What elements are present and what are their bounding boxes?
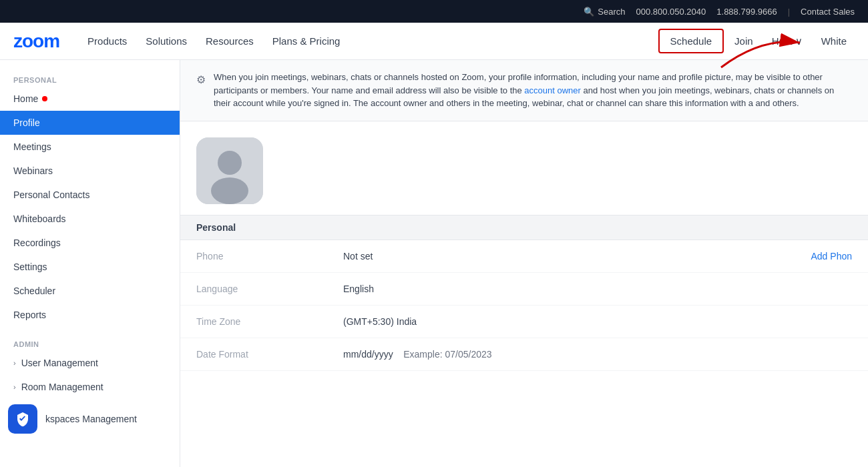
nav-products[interactable]: Products (79, 30, 135, 52)
info-text: When you join meetings, webinars, chats … (214, 71, 852, 110)
add-phone-button[interactable]: Add Phon (811, 251, 853, 262)
sidebar-item-profile[interactable]: Profile (0, 111, 180, 135)
timezone-value: (GMT+5:30) India (343, 316, 852, 327)
sidebar-item-scheduler[interactable]: Scheduler (0, 279, 180, 303)
top-bar: 🔍 Search 000.800.050.2040 1.888.799.9666… (0, 0, 868, 23)
sidebar-settings-label: Settings (13, 262, 47, 272)
host-button[interactable]: Host ∨ (764, 30, 811, 53)
personal-section-header: Personal (180, 215, 868, 240)
info-banner: ⚙ When you join meetings, webinars, chat… (180, 60, 868, 121)
phone-label: Phone (196, 251, 343, 262)
nav-links: Products Solutions Resources Plans & Pri… (79, 30, 658, 52)
language-field: Language English (180, 273, 868, 306)
room-management-label: Room Management (21, 382, 103, 392)
divider: | (788, 7, 790, 17)
sidebar-item-settings[interactable]: Settings (0, 255, 180, 279)
sidebar-admin-label: ADMIN (0, 335, 180, 351)
nav-plans-pricing[interactable]: Plans & Pricing (264, 30, 349, 52)
sidebar-profile-label: Profile (13, 117, 40, 128)
sidebar-home-label: Home (13, 93, 38, 104)
chevron-icon: › (13, 359, 16, 367)
contact-sales-link[interactable]: Contact Sales (801, 7, 855, 17)
language-value: English (343, 284, 852, 294)
sidebar-item-room-management[interactable]: › Room Management (0, 375, 180, 399)
nav-bar: zoom Products Solutions Resources Plans … (0, 23, 868, 60)
sidebar-personal-contacts-label: Personal Contacts (13, 189, 89, 200)
sidebar-webinars-label: Webinars (13, 165, 53, 176)
shield-icon (8, 404, 37, 434)
phone1: 000.800.050.2040 (636, 7, 706, 17)
nav-resources[interactable]: Resources (198, 30, 262, 52)
search-label[interactable]: Search (598, 7, 625, 17)
timezone-label: Time Zone (196, 316, 343, 327)
nav-solutions[interactable]: Solutions (138, 30, 195, 52)
chevron-icon: › (13, 383, 16, 391)
kspaces-management-label: kspaces Management (45, 414, 137, 424)
sidebar-meetings-label: Meetings (13, 141, 51, 152)
user-management-label: User Management (21, 358, 98, 368)
sidebar-item-whiteboards[interactable]: Whiteboards (0, 207, 180, 231)
date-format-example: Example: 07/05/2023 (403, 349, 491, 360)
date-format-label: Date Format (196, 349, 343, 360)
sidebar-item-recordings[interactable]: Recordings (0, 231, 180, 255)
info-icon: ⚙ (196, 72, 206, 88)
avatar[interactable] (196, 137, 263, 204)
date-format-value: mm/dd/yyyy Example: 07/05/2023 (343, 349, 852, 360)
avatar-area (180, 121, 868, 215)
sidebar-personal-label: PERSONAL (0, 71, 180, 87)
sidebar-item-kspaces-management[interactable]: kspaces Management (45, 407, 150, 431)
sidebar-reports-label: Reports (13, 310, 46, 320)
date-format-text: mm/dd/yyyy (343, 349, 393, 360)
phone-field: Phone Not set Add Phon (180, 240, 868, 273)
sidebar-scheduler-label: Scheduler (13, 286, 55, 296)
logo[interactable]: zoom (13, 31, 59, 52)
sidebar-item-home[interactable]: Home (0, 87, 180, 111)
timezone-field: Time Zone (GMT+5:30) India (180, 306, 868, 338)
schedule-button[interactable]: Schedule (658, 29, 724, 53)
sidebar-item-meetings[interactable]: Meetings (0, 135, 180, 159)
sidebar-item-user-management[interactable]: › User Management (0, 351, 180, 375)
phone-value: Not set (343, 251, 811, 262)
whiteboard-button[interactable]: White (813, 30, 855, 52)
search-button[interactable]: 🔍 Search (584, 7, 625, 17)
main-content: ⚙ When you join meetings, webinars, chat… (180, 60, 868, 467)
sidebar: PERSONAL Home Profile Meetings Webinars … (0, 60, 180, 467)
sidebar-item-reports[interactable]: Reports (0, 303, 180, 327)
sidebar-item-webinars[interactable]: Webinars (0, 159, 180, 183)
account-owner-link[interactable]: account owner (524, 85, 581, 95)
sidebar-whiteboards-label: Whiteboards (13, 213, 66, 224)
sidebar-recordings-label: Recordings (13, 238, 61, 248)
main-layout: PERSONAL Home Profile Meetings Webinars … (0, 60, 868, 467)
svg-point-2 (218, 151, 242, 175)
search-icon: 🔍 (584, 7, 594, 17)
language-label: Language (196, 284, 343, 294)
join-button[interactable]: Join (726, 30, 761, 52)
nav-right: Schedule Join Host ∨ White (658, 29, 855, 53)
home-badge (42, 96, 47, 101)
svg-point-3 (211, 177, 248, 204)
date-format-field: Date Format mm/dd/yyyy Example: 07/05/20… (180, 338, 868, 371)
phone2: 1.888.799.9666 (716, 7, 777, 17)
sidebar-item-personal-contacts[interactable]: Personal Contacts (0, 183, 180, 207)
